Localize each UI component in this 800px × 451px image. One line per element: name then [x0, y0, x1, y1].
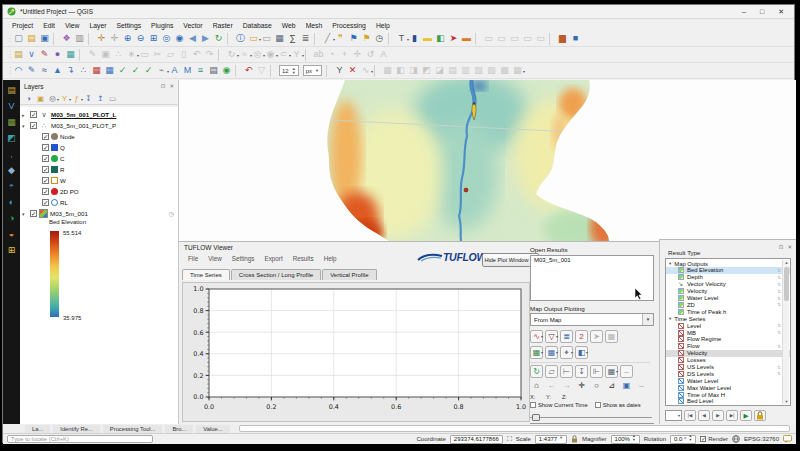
remove-mark-icon[interactable]: ✕ [346, 64, 359, 77]
mesh-e-icon[interactable]: ▤ [446, 64, 459, 77]
menu-help[interactable]: Help [371, 22, 395, 29]
time-slider-handle[interactable] [532, 414, 540, 421]
cursor-select-button[interactable]: ➤ [590, 330, 603, 343]
pan-to-selection-icon[interactable]: ✛ [108, 32, 121, 45]
mesh-grid-icon[interactable]: ▦ [64, 48, 77, 61]
add-wms-icon[interactable]: ◐ [6, 196, 18, 208]
temporal-controller-icon[interactable]: ◷ [373, 32, 386, 45]
mesh-a-icon[interactable]: ◧ [394, 64, 407, 77]
tin-gray-icon[interactable]: ▽ [255, 64, 268, 77]
ellipse-tool-icon[interactable]: ● [51, 48, 64, 61]
bottom-tab-processing-tool[interactable]: Processing Tool... [103, 425, 163, 433]
check-files-1d-icon[interactable]: ✓ [116, 64, 129, 77]
show-bookmarks-icon[interactable]: ⚑ [360, 32, 373, 45]
more-button[interactable]: – [635, 380, 648, 393]
close-button[interactable]: ✕ [778, 8, 784, 16]
rotate-feature-icon[interactable]: ↻▾ [225, 48, 238, 61]
legend-item-rl[interactable]: ✓RL [20, 197, 178, 208]
tuflow-menu-export[interactable]: Export [259, 255, 287, 262]
pencil-red-icon[interactable]: ✎ [38, 48, 51, 61]
globe-search-icon[interactable]: ◉ [220, 64, 233, 77]
result-item-time-series-flow-regime[interactable]: Flow Regime [666, 336, 790, 343]
layer-item-m03-5m-001-plot-p[interactable]: ▾✓∴M03_5m_001_PLOT_P [20, 120, 178, 131]
result-item-time-series-flow[interactable]: Flow⇅ [666, 343, 790, 350]
result-group-time-series[interactable]: ▾Time Series [666, 315, 790, 322]
result-item-time-series-bed-level[interactable]: Bed Level [666, 398, 790, 405]
menu-settings[interactable]: Settings [112, 22, 147, 29]
menu-mesh[interactable]: Mesh [301, 22, 328, 29]
style-manager-icon[interactable]: ❖ [60, 32, 73, 45]
plugin-a-icon[interactable]: ▭ [482, 32, 495, 45]
plugin-b-icon[interactable]: ▭ [495, 32, 508, 45]
coordinate-value[interactable]: 293374,6177866 [450, 435, 503, 444]
extents-icon[interactable]: ⛶ [507, 435, 512, 443]
zoom-next-icon[interactable]: ▶ [199, 32, 212, 45]
maximize-button[interactable]: □ [760, 8, 764, 16]
tuflow-viewer-icon[interactable]: ◠ [12, 64, 25, 77]
forward-view-button[interactable]: → [560, 380, 573, 393]
refresh-map-icon[interactable]: ↻ [212, 32, 225, 45]
plot-line-button[interactable]: ⊿ [605, 380, 618, 393]
panel-close-icon[interactable]: ✕ [169, 83, 174, 89]
first-frame-button[interactable]: |◀ [684, 410, 696, 421]
grid-blue-icon[interactable]: ▦ [103, 64, 116, 77]
new-project-icon[interactable]: ▢ [12, 32, 25, 45]
plot-style-button[interactable]: ∿▾ [530, 330, 543, 343]
digitize-icon[interactable]: ∴ [112, 48, 125, 61]
unit-combobox[interactable]: px▼ [303, 65, 322, 76]
plot-figure[interactable]: 0.00.20.40.60.81.00.00.20.40.60.81.0 [182, 282, 530, 422]
legend-item-2d-po[interactable]: ✓2D PO [20, 186, 178, 197]
filter-by-expression-icon[interactable]: ƒ▾ [71, 93, 82, 104]
save-layer-edits-icon[interactable]: ▣ [99, 48, 112, 61]
result-item-time-series-water-level[interactable]: Water Level [666, 377, 790, 384]
lock-icon[interactable] [754, 410, 766, 421]
vertex-tool-icon[interactable]: ∗▾ [125, 48, 138, 61]
open-layer-styling-icon[interactable]: ◑ [23, 93, 34, 104]
anchor-plot-button[interactable]: ⌖▾ [560, 346, 573, 359]
legend-visibility-checkbox[interactable]: ✓ [42, 177, 49, 184]
tab-time-series[interactable]: Time Series [182, 269, 230, 280]
plugin-d-icon[interactable]: ▭ [521, 32, 534, 45]
refresh-red-icon[interactable]: ↶ [242, 64, 255, 77]
move-label-icon[interactable]: ✛ [351, 48, 364, 61]
previous-frame-button[interactable]: ◀ [698, 410, 710, 421]
trace-tool-icon[interactable]: ∿▾ [359, 64, 372, 77]
remove-layer-icon[interactable]: ▭ [107, 93, 118, 104]
add-raster-layer-icon[interactable]: ▦ [6, 116, 18, 128]
collapse-all-icon[interactable]: ↥ [95, 93, 106, 104]
legend-item-node[interactable]: ✓Node [20, 131, 178, 142]
add-wfs-icon[interactable]: ◒ [6, 228, 18, 240]
result-item-time-series-us-levels[interactable]: US Levels⇅ [666, 364, 790, 371]
zoom-to-layer-icon[interactable]: ◉ [173, 32, 186, 45]
menu-vector[interactable]: Vector [178, 22, 207, 29]
messages-icon[interactable] [783, 435, 792, 444]
tab-cross-section-long-profile[interactable]: Cross Section / Long Profile [231, 269, 321, 280]
bottom-tab-bro[interactable]: Bro... [165, 425, 193, 433]
last-frame-button[interactable]: ▶| [726, 410, 738, 421]
result-item-map-outputs-zd[interactable]: ZD⇅ [666, 301, 790, 308]
secondary-axis-button[interactable]: 2 [575, 330, 588, 343]
tuflow-menu-results[interactable]: Results [288, 255, 319, 262]
menu-edit[interactable]: Edit [38, 22, 60, 29]
scrollbar[interactable]: ▲▼ [782, 260, 789, 404]
grid-red-green-icon[interactable]: ▦ [90, 64, 103, 77]
new-bookmark-icon[interactable]: ⚑ [347, 32, 360, 45]
mesh-j-icon[interactable]: ▦▾ [511, 64, 524, 77]
attachment-icon[interactable]: ⌁▾ [155, 64, 168, 77]
mesh-b-icon[interactable]: ◨ [407, 64, 420, 77]
check-mesh-icon[interactable]: ✓ [142, 64, 155, 77]
combo-dropdown-icon[interactable]: ▼ [642, 314, 653, 325]
menu-raster[interactable]: Raster [208, 22, 238, 29]
result-item-map-outputs-bed-elevation[interactable]: Bed Elevation⇅ [666, 267, 790, 274]
size-spinbox[interactable]: 12▲▼ [279, 65, 299, 76]
plugin-e-icon[interactable]: ▭ [534, 32, 547, 45]
open-project-icon[interactable]: ▤ [25, 32, 38, 45]
locate-input[interactable]: Type to locate (Ctrl+K) [7, 435, 153, 443]
legend-item-c[interactable]: ✓C [20, 153, 178, 164]
asc-converter-icon[interactable]: A [168, 64, 181, 77]
add-wcs-icon[interactable]: ◑ [6, 212, 18, 224]
storage-cube-icon[interactable]: ■ [569, 32, 582, 45]
render-checkbox[interactable]: ✓Render [700, 436, 728, 442]
magnifier-spinbox[interactable]: 100%▲▼ [611, 435, 640, 444]
pan-plot-button[interactable]: ✛ [575, 380, 588, 393]
